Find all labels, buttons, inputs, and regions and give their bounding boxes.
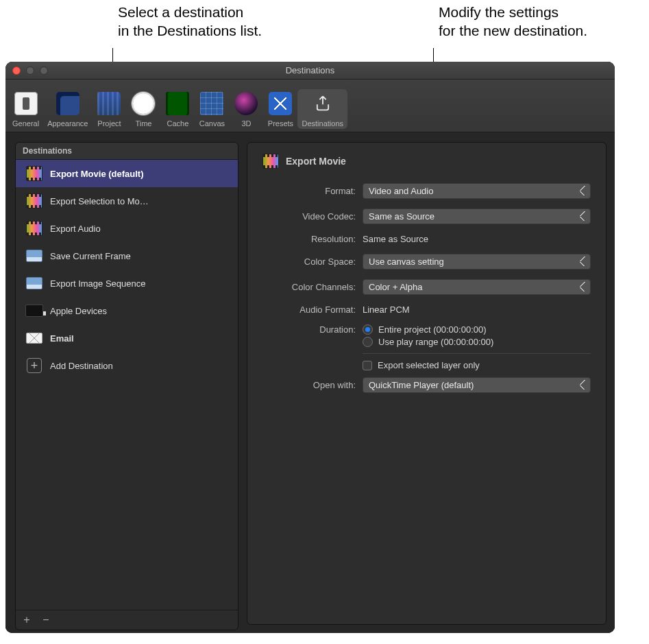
plus-box-icon: + — [25, 359, 43, 372]
radio-label: Entire project (00:00:00:00) — [378, 324, 487, 335]
row-resolution: Resolution: Same as Source — [262, 229, 591, 249]
row-colorspace: Color Space: Use canvas setting — [262, 249, 591, 274]
value-audioformat: Linear PCM — [363, 305, 591, 315]
checkbox-label: Export selected layer only — [378, 360, 480, 370]
3d-icon — [234, 92, 258, 115]
destination-label: Export Audio — [50, 224, 101, 234]
film-icon — [25, 167, 43, 180]
film-icon — [262, 154, 279, 169]
destination-export-selection[interactable]: Export Selection to Mo… — [16, 187, 238, 215]
destination-export-audio[interactable]: Export Audio — [16, 215, 238, 242]
radio-play-range[interactable] — [363, 337, 373, 347]
cache-icon — [166, 92, 189, 115]
tab-presets[interactable]: Presets — [263, 89, 297, 129]
tab-destinations[interactable]: Destinations — [297, 89, 347, 129]
value-resolution: Same as Source — [363, 234, 591, 244]
canvas-icon — [200, 92, 223, 115]
appearance-icon — [56, 92, 79, 115]
destination-add[interactable]: + Add Destination — [16, 352, 238, 379]
tab-label: Destinations — [302, 119, 343, 128]
row-channels: Color Channels: Color + Alpha — [262, 274, 591, 300]
popup-colorspace[interactable]: Use canvas setting — [363, 254, 591, 270]
tab-label: Canvas — [199, 119, 225, 128]
label-channels: Color Channels: — [262, 282, 356, 292]
film-icon — [25, 222, 43, 235]
popup-codec[interactable]: Same as Source — [363, 208, 591, 224]
tab-label: Project — [97, 119, 121, 128]
mail-icon — [25, 331, 43, 345]
tab-3d[interactable]: 3D — [229, 89, 263, 129]
destinations-icon — [311, 92, 334, 115]
tab-time[interactable]: Time — [126, 89, 160, 129]
time-icon — [132, 92, 155, 115]
callout-modify: Modify the settings for the new destinat… — [439, 3, 587, 40]
label-resolution: Resolution: — [262, 234, 356, 244]
window-title: Destinations — [5, 65, 615, 75]
tab-project[interactable]: Project — [92, 89, 126, 129]
tab-label: Presets — [268, 119, 293, 128]
callout-select: Select a destination in the Destinations… — [118, 3, 262, 40]
devices-icon — [25, 304, 43, 318]
label-colorspace: Color Space: — [262, 257, 356, 267]
sidebar-footer: + − — [16, 610, 238, 630]
label-audioformat: Audio Format: — [262, 305, 356, 315]
destination-image-sequence[interactable]: Export Image Sequence — [16, 270, 238, 297]
destinations-list: Export Movie (default) Export Selection … — [16, 160, 238, 610]
row-export-layer: Export selected layer only — [262, 358, 591, 372]
destination-label: Add Destination — [50, 361, 113, 371]
titlebar: Destinations — [5, 62, 615, 80]
popup-value: QuickTime Player (default) — [369, 380, 474, 390]
popup-format[interactable]: Video and Audio — [363, 183, 591, 199]
popup-value: Color + Alpha — [369, 282, 422, 292]
destination-apple-devices[interactable]: Apple Devices — [16, 297, 238, 324]
radio-label: Use play range (00:00:00:00) — [378, 337, 493, 347]
destination-email[interactable]: Email — [16, 324, 238, 352]
popup-value: Use canvas setting — [369, 257, 444, 267]
divider — [363, 353, 591, 354]
tab-label: 3D — [241, 119, 251, 128]
picture-icon — [25, 249, 43, 263]
preferences-window: Destinations General Appearance Project … — [5, 62, 615, 633]
popup-value: Same as Source — [369, 211, 434, 222]
radio-entire-project[interactable] — [363, 324, 373, 335]
project-icon — [97, 92, 121, 115]
general-icon — [14, 92, 38, 115]
presets-icon — [269, 92, 292, 115]
panel-header: Export Movie — [262, 150, 591, 178]
remove-destination-button[interactable]: − — [39, 613, 53, 627]
callout-text: Select a destination in the Destinations… — [118, 3, 262, 40]
picture-icon — [25, 276, 43, 290]
row-openwith: Open with: QuickTime Player (default) — [262, 372, 591, 398]
destination-label: Save Current Frame — [50, 251, 131, 261]
settings-panel: Export Movie Format: Video and Audio Vid… — [247, 142, 607, 625]
row-audioformat: Audio Format: Linear PCM — [262, 300, 591, 320]
tab-general[interactable]: General — [8, 89, 43, 129]
tab-appearance[interactable]: Appearance — [43, 89, 92, 129]
callout-text: Modify the settings for the new destinat… — [439, 3, 587, 40]
tab-canvas[interactable]: Canvas — [195, 89, 229, 129]
label-codec: Video Codec: — [262, 211, 356, 222]
popup-openwith[interactable]: QuickTime Player (default) — [363, 377, 591, 393]
row-duration-range: Use play range (00:00:00:00) — [262, 335, 591, 349]
tab-label: Time — [135, 119, 151, 128]
popup-value: Video and Audio — [369, 186, 433, 196]
label-format: Format: — [262, 186, 356, 196]
label-openwith: Open with: — [262, 380, 356, 390]
destination-save-frame[interactable]: Save Current Frame — [16, 242, 238, 270]
tab-label: General — [12, 119, 39, 128]
tab-cache[interactable]: Cache — [160, 89, 195, 129]
row-duration: Duration: Entire project (00:00:00:00) — [262, 320, 591, 335]
popup-channels[interactable]: Color + Alpha — [363, 279, 591, 295]
destination-label: Export Movie (default) — [50, 169, 144, 179]
destination-label: Apple Devices — [50, 306, 107, 316]
panel-title-text: Export Movie — [286, 156, 346, 167]
checkbox-export-layer[interactable] — [363, 361, 372, 370]
destination-label: Email — [50, 333, 74, 344]
tab-label: Cache — [167, 119, 189, 128]
add-destination-button[interactable]: + — [20, 613, 34, 627]
destination-export-movie[interactable]: Export Movie (default) — [16, 160, 238, 187]
row-format: Format: Video and Audio — [262, 178, 591, 204]
film-icon — [25, 194, 43, 208]
tab-label: Appearance — [47, 119, 88, 128]
destinations-sidebar: Destinations Export Movie (default) Expo… — [15, 142, 238, 630]
